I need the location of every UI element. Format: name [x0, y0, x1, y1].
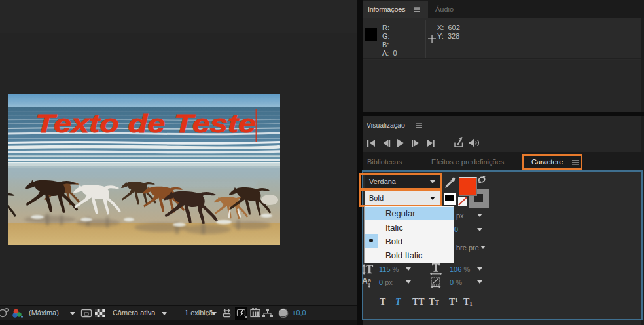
svg-text:A: A	[362, 277, 368, 286]
svg-text:a: a	[368, 277, 372, 284]
svg-text:Texto de Teste: Texto de Teste	[35, 109, 256, 138]
